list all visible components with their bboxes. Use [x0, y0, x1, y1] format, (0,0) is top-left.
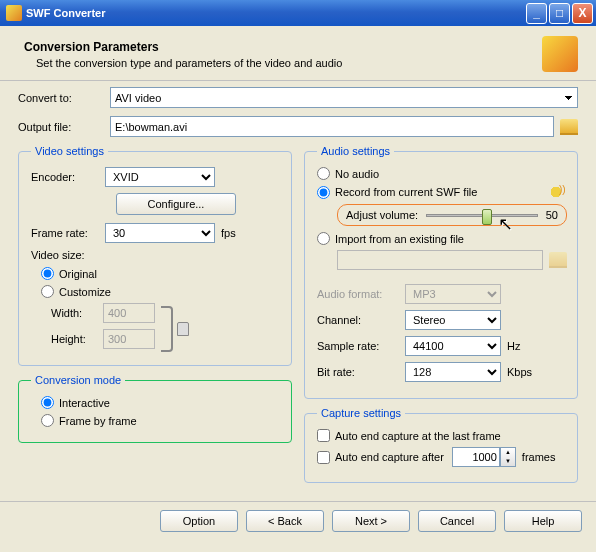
import-file-input — [337, 250, 543, 270]
audio-settings-group: Audio settings No audio Record from curr… — [304, 145, 578, 399]
channel-select[interactable]: Stereo — [405, 310, 501, 330]
framerate-select[interactable]: 30 — [105, 223, 215, 243]
help-button[interactable]: Help — [504, 510, 582, 532]
bitrate-label: Bit rate: — [317, 366, 405, 378]
frame-by-frame-radio[interactable] — [41, 414, 54, 427]
capture-settings-group: Capture settings Auto end capture at the… — [304, 407, 578, 483]
adjust-volume-box: Adjust volume: 50 — [337, 204, 567, 226]
framerate-label: Frame rate: — [31, 227, 105, 239]
sample-rate-select[interactable]: 44100 — [405, 336, 501, 356]
import-radio[interactable] — [317, 232, 330, 245]
video-settings-group: Video settings Encoder: XVID Configure..… — [18, 145, 292, 366]
browse-folder-icon[interactable] — [560, 119, 578, 135]
interactive-radio[interactable] — [41, 396, 54, 409]
maximize-button[interactable]: □ — [549, 3, 570, 24]
customize-radio[interactable] — [41, 285, 54, 298]
width-label: Width: — [51, 307, 103, 319]
height-input — [103, 329, 155, 349]
cancel-button[interactable]: Cancel — [418, 510, 496, 532]
frame-by-frame-label[interactable]: Frame by frame — [59, 415, 137, 427]
footer: Option < Back Next > Cancel Help — [0, 501, 596, 540]
auto-end-after-label[interactable]: Auto end capture after — [335, 451, 444, 463]
output-file-input[interactable] — [110, 116, 554, 137]
audio-settings-legend: Audio settings — [317, 145, 394, 157]
video-size-label: Video size: — [31, 249, 85, 261]
interactive-label[interactable]: Interactive — [59, 397, 110, 409]
back-button[interactable]: < Back — [246, 510, 324, 532]
auto-end-last-label[interactable]: Auto end capture at the last frame — [335, 430, 501, 442]
convert-to-label: Convert to: — [18, 92, 110, 104]
link-bracket-icon — [161, 306, 173, 352]
bitrate-unit: Kbps — [507, 366, 532, 378]
frames-spinner[interactable]: ▲▼ — [500, 447, 516, 467]
conversion-mode-legend: Conversion mode — [31, 374, 125, 386]
close-button[interactable]: X — [572, 3, 593, 24]
volume-value: 50 — [546, 209, 558, 221]
channel-label: Channel: — [317, 314, 405, 326]
audio-format-label: Audio format: — [317, 288, 405, 300]
import-label[interactable]: Import from an existing file — [335, 233, 464, 245]
width-input — [103, 303, 155, 323]
configure-button[interactable]: Configure... — [116, 193, 236, 215]
next-button[interactable]: Next > — [332, 510, 410, 532]
page-subtitle: Set the conversion type and parameters o… — [24, 57, 542, 69]
page-title: Conversion Parameters — [24, 40, 542, 54]
titlebar: SWF Converter _ □ X — [0, 0, 596, 26]
conversion-mode-group: Conversion mode Interactive Frame by fra… — [18, 374, 292, 443]
auto-end-last-checkbox[interactable] — [317, 429, 330, 442]
frames-unit: frames — [522, 451, 556, 463]
original-label[interactable]: Original — [59, 268, 97, 280]
lock-icon[interactable] — [177, 322, 189, 336]
auto-end-after-checkbox[interactable] — [317, 451, 330, 464]
record-radio[interactable] — [317, 186, 330, 199]
customize-label[interactable]: Customize — [59, 286, 111, 298]
capture-settings-legend: Capture settings — [317, 407, 405, 419]
bitrate-select[interactable]: 128 — [405, 362, 501, 382]
record-label[interactable]: Record from current SWF file — [335, 186, 477, 198]
minimize-button[interactable]: _ — [526, 3, 547, 24]
option-button[interactable]: Option — [160, 510, 238, 532]
framerate-unit: fps — [221, 227, 236, 239]
video-settings-legend: Video settings — [31, 145, 108, 157]
encoder-label: Encoder: — [31, 171, 105, 183]
height-label: Height: — [51, 333, 103, 345]
sample-rate-unit: Hz — [507, 340, 520, 352]
header-logo-icon — [542, 36, 578, 72]
original-radio[interactable] — [41, 267, 54, 280]
adjust-volume-label: Adjust volume: — [346, 209, 418, 221]
speaker-icon[interactable] — [551, 185, 567, 199]
audio-format-select: MP3 — [405, 284, 501, 304]
no-audio-label[interactable]: No audio — [335, 168, 379, 180]
volume-slider-thumb[interactable] — [482, 209, 492, 225]
encoder-select[interactable]: XVID — [105, 167, 215, 187]
app-icon — [6, 5, 22, 21]
import-browse-icon — [549, 252, 567, 268]
sample-rate-label: Sample rate: — [317, 340, 405, 352]
convert-to-select[interactable]: AVI video — [110, 87, 578, 108]
header: Conversion Parameters Set the conversion… — [0, 26, 596, 81]
window-title: SWF Converter — [26, 7, 524, 19]
auto-end-frames-input[interactable] — [452, 447, 500, 467]
output-file-label: Output file: — [18, 121, 110, 133]
no-audio-radio[interactable] — [317, 167, 330, 180]
volume-slider[interactable] — [426, 214, 538, 217]
